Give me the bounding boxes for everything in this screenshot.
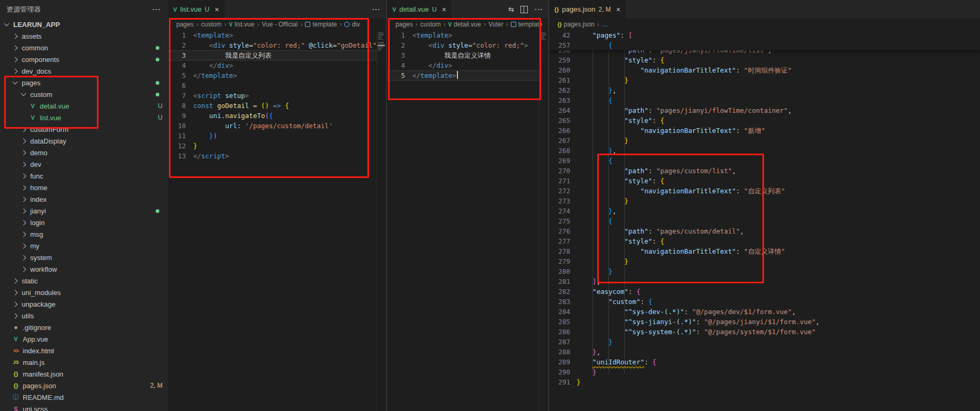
code-area[interactable]: 1<template>2 <div style="color: red;">3 …: [387, 30, 549, 411]
code-line[interactable]: 262 },: [549, 85, 980, 95]
tree-item-demo[interactable]: demo: [0, 147, 168, 158]
code-line[interactable]: 288 },: [549, 347, 980, 357]
code-line[interactable]: 1<template>: [387, 30, 549, 40]
code-line[interactable]: 284 "^sys-dev-(.*)": "@/pages/dev/$1/for…: [549, 307, 980, 317]
code-line[interactable]: 12}: [168, 141, 386, 151]
code-line[interactable]: 2 <div style="color: red;">: [387, 40, 549, 50]
tree-item-components[interactable]: components: [0, 53, 168, 65]
breadcrumb-item[interactable]: Vue - Official: [262, 21, 298, 28]
tree-item-dev[interactable]: dev: [0, 158, 168, 170]
code-line[interactable]: 263 {: [549, 95, 980, 105]
tree-item-dataDisplay[interactable]: dataDisplay: [0, 135, 168, 147]
code-line[interactable]: 289 "uniIdRouter": {: [549, 357, 980, 367]
code-line[interactable]: 8const goDetail = () => {: [168, 101, 386, 111]
more-actions-icon[interactable]: ⋯: [152, 4, 160, 14]
code-line[interactable]: 3 我是自定义列表: [168, 50, 386, 60]
tree-item-static[interactable]: static: [0, 275, 168, 287]
breadcrumb-item[interactable]: div: [344, 21, 359, 28]
code-line[interactable]: 291}: [549, 377, 980, 387]
tree-item-index.html[interactable]: <>index.html: [0, 345, 168, 356]
more-actions-icon[interactable]: ⋯: [372, 4, 380, 14]
code-line[interactable]: 1<template>: [168, 30, 386, 40]
code-line[interactable]: 4 </div>: [387, 60, 549, 70]
tree-item-uni.scss[interactable]: Suni.scss: [0, 403, 168, 411]
tree-item-jianyi[interactable]: jianyi: [0, 205, 168, 217]
code-line[interactable]: 10 url: '/pages/custom/detail': [168, 121, 386, 131]
tree-item-login[interactable]: login: [0, 217, 168, 228]
code-line[interactable]: 276 "path": "pages/custom/detail",: [549, 226, 980, 236]
tree-item-utils[interactable]: utils: [0, 310, 168, 321]
breadcrumb-item[interactable]: template: [511, 21, 543, 28]
tree-item-index[interactable]: index: [0, 193, 168, 205]
code-line[interactable]: 257 {: [549, 40, 980, 50]
tree-item-pages[interactable]: pages: [0, 77, 168, 88]
code-line[interactable]: 2 <div style="color: red;" @click="goDet…: [168, 40, 386, 50]
tab-list-vue[interactable]: V list.vue U ×: [168, 0, 224, 19]
split-editor-icon[interactable]: [520, 6, 528, 13]
tree-item-.gitignore[interactable]: ◆.gitignore: [0, 321, 168, 333]
code-line[interactable]: 273 }: [549, 196, 980, 206]
code-line[interactable]: 9 uni.navigateTo({: [168, 111, 386, 121]
code-line[interactable]: 270 "path": "pages/custom/list",: [549, 166, 980, 176]
tree-item-msg[interactable]: msg: [0, 228, 168, 240]
code-line[interactable]: 259 "style": {: [549, 55, 980, 65]
code-line[interactable]: 279 }: [549, 256, 980, 266]
minimap[interactable]: [376, 30, 386, 411]
breadcrumb-item[interactable]: Vdetail.vue: [448, 21, 481, 28]
code-line[interactable]: 272 "navigationBarTitleText": "自定义列表": [549, 186, 980, 196]
code-line[interactable]: 265 "style": {: [549, 115, 980, 126]
breadcrumb-item[interactable]: pages: [176, 21, 194, 28]
code-line[interactable]: 278 "navigationBarTitleText": "自定义详情": [549, 246, 980, 256]
minimap[interactable]: [539, 30, 549, 411]
sticky-scroll[interactable]: 42 "pages": [257 {: [549, 30, 980, 50]
code-line[interactable]: 274 },: [549, 206, 980, 216]
code-line[interactable]: 285 "^sys-jianyi-(.*)": "@/pages/jianyi/…: [549, 317, 980, 327]
code-line[interactable]: 277 "style": {: [549, 236, 980, 246]
tree-item-system[interactable]: system: [0, 252, 168, 263]
tab-pages-json[interactable]: {} pages.json 2, M ×: [549, 0, 626, 19]
tree-item-pages.json[interactable]: {}pages.json2, M: [0, 380, 168, 391]
tree-item-home[interactable]: home: [0, 182, 168, 193]
breadcrumb-item[interactable]: Vlist.vue: [229, 21, 254, 28]
tree-item-workflow[interactable]: workflow: [0, 263, 168, 275]
tree-item-assets[interactable]: assets: [0, 30, 168, 42]
code-line[interactable]: 11 }): [168, 131, 386, 141]
code-line[interactable]: 5</template>: [387, 70, 549, 81]
tree-item-detail.vue[interactable]: Vdetail.vueU: [0, 100, 168, 112]
code-area[interactable]: 1<template>2 <div style="color: red;" @c…: [168, 30, 386, 411]
code-line[interactable]: 283 "custom": {: [549, 297, 980, 307]
code-line[interactable]: 268 },: [549, 146, 980, 156]
tree-item-dev_docs[interactable]: dev_docs: [0, 65, 168, 77]
tree-item-unpackage[interactable]: unpackage: [0, 298, 168, 310]
code-line[interactable]: 269 {: [549, 156, 980, 166]
code-line[interactable]: 42 "pages": [: [549, 30, 980, 40]
code-line[interactable]: 290 }: [549, 367, 980, 377]
tree-item-customForm[interactable]: customForm: [0, 123, 168, 135]
breadcrumb-item[interactable]: template: [305, 21, 337, 28]
breadcrumb-item[interactable]: pages: [395, 21, 413, 28]
breadcrumb-item[interactable]: {}pages.json: [558, 21, 595, 28]
tree-item-README.md[interactable]: ⓘREADME.md: [0, 391, 168, 403]
code-line[interactable]: 4 </div>: [168, 60, 386, 70]
breadcrumb-item[interactable]: custom: [201, 21, 222, 28]
code-line[interactable]: 261 }: [549, 75, 980, 85]
open-changes-icon[interactable]: ⇆: [508, 5, 514, 13]
editor-group-divider[interactable]: [549, 0, 549, 411]
breadcrumb-item[interactable]: custom: [420, 21, 441, 28]
close-icon[interactable]: ×: [616, 5, 621, 14]
code-line[interactable]: 271 "style": {: [549, 176, 980, 186]
tree-item-uni_modules[interactable]: uni_modules: [0, 287, 168, 298]
tree-item-list.vue[interactable]: Vlist.vueU: [0, 112, 168, 123]
code-line[interactable]: 281 ],: [549, 276, 980, 287]
code-line[interactable]: 5</template>: [168, 70, 386, 81]
code-line[interactable]: 13</script>: [168, 151, 386, 161]
code-line[interactable]: 6: [168, 81, 386, 91]
code-line[interactable]: 264 "path": "pages/jianyi/flowTime/conta…: [549, 105, 980, 115]
more-actions-icon[interactable]: ⋯: [534, 4, 543, 14]
tree-item-common[interactable]: common: [0, 42, 168, 53]
code-line[interactable]: 286 "^sys-system-(.*)": "@/pages/system/…: [549, 327, 980, 337]
code-line[interactable]: 280 }: [549, 266, 980, 276]
code-line[interactable]: 7<script setup>: [168, 91, 386, 101]
close-icon[interactable]: ×: [214, 5, 219, 14]
close-icon[interactable]: ×: [442, 5, 446, 14]
